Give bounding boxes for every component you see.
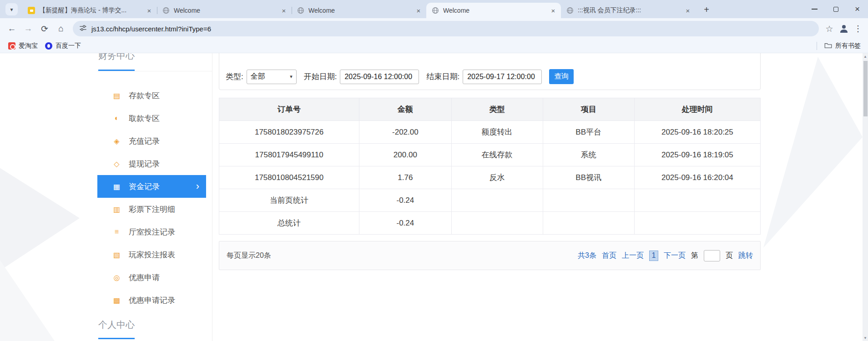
minimize-icon (812, 9, 818, 10)
reload-button[interactable]: ⟳ (36, 20, 53, 37)
sidebar-item-withdrawal-records[interactable]: ◇ 提现记录 (97, 152, 206, 175)
jump-button[interactable]: 跳转 (738, 251, 753, 261)
folder-icon (824, 42, 832, 50)
sidebar-item-funds-records[interactable]: ▦ 资金记录 › (97, 175, 206, 198)
deposit-icon: ▤ (112, 91, 121, 100)
profile-avatar[interactable] (836, 21, 852, 36)
cell-order-no: 1758018023975726 (219, 121, 359, 144)
forward-button[interactable]: → (20, 20, 36, 37)
baidu-icon (45, 42, 52, 50)
window-controls: × (804, 0, 868, 18)
cell-type: 在线存款 (451, 144, 543, 166)
pagination-controls: 共3条 首页 上一页 1 下一页 第 页 跳转 (578, 250, 753, 261)
cell-amount: 1.76 (359, 166, 451, 189)
chevron-down-icon: ▾ (290, 74, 293, 80)
bookmark-baidu[interactable]: 百度一下 (41, 40, 85, 51)
address-bar[interactable]: js13.cc/hhcp/usercenter.html?iniType=6 (73, 21, 819, 36)
withdraw-icon: ◐ (112, 114, 121, 122)
prev-page-link[interactable]: 上一页 (622, 251, 644, 261)
sidebar-item-promo-apply[interactable]: ◎ 优惠申请 (97, 266, 206, 289)
next-page-link[interactable]: 下一页 (664, 251, 686, 261)
cell-process-time: 2025-09-16 18:20:25 (634, 121, 760, 144)
cell-amount: -0.24 (359, 212, 451, 235)
sidebar-item-recharge-records[interactable]: ◈ 充值记录 (97, 130, 206, 152)
browser-tab-welcome-active[interactable]: Welcome × (426, 3, 561, 18)
close-window-button[interactable]: × (847, 0, 868, 18)
minimize-button[interactable] (804, 0, 825, 18)
tab-close-icon[interactable]: × (414, 6, 423, 15)
bookmark-star-icon[interactable]: ☆ (823, 21, 836, 36)
scrollbar-thumb[interactable] (863, 61, 868, 116)
all-bookmarks-button[interactable]: 所有书签 (822, 42, 863, 50)
end-date-input[interactable] (463, 70, 542, 84)
sidebar-item-lottery-bet-details[interactable]: ▥ 彩票下注明细 (97, 198, 206, 221)
maximize-icon (833, 7, 838, 12)
sidebar-section-personal-center: 个人中心 (97, 319, 212, 339)
cell-amount: 200.00 (359, 144, 451, 166)
cell-process-time: 2025-09-16 16:20:04 (634, 166, 760, 189)
sidebar-item-withdraw-zone[interactable]: ◐ 取款专区 (97, 107, 206, 130)
section-title: 个人中心 (98, 319, 135, 339)
cell-order-no: 1758010804521590 (219, 166, 359, 189)
per-page-label: 每页显示20条 (227, 251, 271, 261)
sidebar-item-player-bet-report[interactable]: ▧ 玩家投注报表 (97, 243, 206, 266)
menu-item-label: 取款专区 (129, 113, 160, 124)
table-row: 1758010804521590 1.76 反水 BB视讯 2025-09-16… (219, 166, 761, 189)
start-date-input[interactable] (340, 70, 419, 84)
browser-tab-forum[interactable]: 【新提醒】海燕论坛 - 博学交... × (22, 3, 157, 18)
scroll-up-icon[interactable]: ▲ (863, 53, 867, 60)
bookmark-taobao[interactable]: 爱淘宝 (5, 40, 41, 51)
type-label: 类型: (226, 71, 243, 82)
tab-title: Welcome (174, 7, 276, 14)
taobao-icon (8, 42, 15, 50)
new-tab-button[interactable]: + (700, 3, 713, 16)
menu-item-label: 提现记录 (129, 159, 160, 169)
lottery-details-icon: ▥ (112, 205, 121, 214)
sidebar-item-promo-apply-records[interactable]: ▩ 优惠申请记录 (97, 289, 206, 311)
browser-menu-icon[interactable]: ⋮ (852, 21, 864, 36)
maximize-button[interactable] (825, 0, 847, 18)
menu-item-label: 厅室投注记录 (129, 227, 175, 237)
cell-summary-label: 总统计 (219, 212, 359, 235)
globe-favicon (566, 7, 574, 14)
tab-search-button[interactable]: ▾ (5, 3, 18, 15)
tab-close-icon[interactable]: × (549, 6, 557, 15)
page-content: 财务中心 ▤ 存款专区 ◐ 取款专区 ◈ 充值记录 ◇ 提现记录 (0, 53, 868, 341)
menu-item-label: 彩票下注明细 (129, 204, 175, 215)
back-button[interactable]: ← (4, 20, 20, 37)
home-button[interactable]: ⌂ (53, 20, 69, 37)
sidebar-item-deposit-zone[interactable]: ▤ 存款专区 (97, 84, 206, 107)
query-button[interactable]: 查询 (549, 69, 574, 84)
background-triangle-decoration (763, 57, 863, 248)
promo-apply-icon: ◎ (112, 273, 121, 282)
globe-favicon (432, 7, 439, 14)
tab-title: Welcome (443, 7, 545, 14)
cell-amount: -0.24 (359, 189, 451, 212)
tab-close-icon[interactable]: × (684, 6, 692, 15)
tab-close-icon[interactable]: × (145, 6, 153, 15)
globe-favicon (297, 7, 304, 14)
browser-tab-welcome-2[interactable]: Welcome × (292, 3, 426, 18)
sidebar: 财务中心 ▤ 存款专区 ◐ 取款专区 ◈ 充值记录 ◇ 提现记录 (97, 53, 212, 341)
scroll-down-icon[interactable]: ▼ (863, 335, 867, 341)
bookmark-label: 百度一下 (56, 42, 81, 50)
start-date-label: 开始日期: (304, 71, 337, 82)
room-bet-icon: ≡ (112, 228, 121, 236)
jump-page-input[interactable] (704, 250, 720, 261)
pagination-bar: 每页显示20条 共3条 首页 上一页 1 下一页 第 页 跳转 (219, 241, 761, 270)
table-row: 1758018023975726 -202.00 额度转出 BB平台 2025-… (219, 121, 761, 144)
tab-close-icon[interactable]: × (280, 6, 288, 15)
bookmarks-bar-right: 所有书签 (817, 42, 863, 50)
table-row: 1758017945499110 200.00 在线存款 系统 2025-09-… (219, 144, 761, 166)
sidebar-item-room-bet-records[interactable]: ≡ 厅室投注记录 (97, 221, 206, 243)
sidebar-menu: ▤ 存款专区 ◐ 取款专区 ◈ 充值记录 ◇ 提现记录 ▦ 资金记录 (97, 84, 212, 311)
type-select[interactable]: 全部 ▾ (247, 70, 297, 84)
table-row-page-summary: 当前页统计 -0.24 (219, 189, 761, 212)
chevron-right-icon: › (196, 181, 199, 191)
first-page-link[interactable]: 首页 (602, 251, 616, 261)
browser-tab-welcome-1[interactable]: Welcome × (157, 3, 292, 18)
site-settings-icon[interactable] (79, 24, 87, 34)
page-scrollbar[interactable]: ▲ ▼ (863, 53, 868, 341)
all-bookmarks-label: 所有书签 (835, 42, 861, 50)
browser-tab-betting-records[interactable]: :::视讯 会员下注纪录::: × (561, 3, 696, 18)
